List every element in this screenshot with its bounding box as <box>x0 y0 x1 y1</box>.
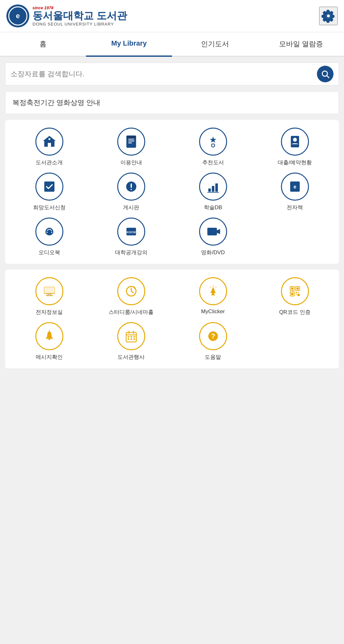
recommend-icon <box>199 128 227 156</box>
icon-item-myclicker[interactable]: MyClicker <box>172 277 254 316</box>
svg-text:?: ? <box>211 332 215 340</box>
loan-label: 대출/예약현황 <box>278 159 312 166</box>
svg-marker-43 <box>211 287 216 293</box>
logo-circle: e <box>6 4 29 27</box>
myclicker-icon <box>199 277 227 305</box>
svg-rect-45 <box>211 294 215 295</box>
icon-item-loan[interactable]: 대출/예약현황 <box>254 128 336 166</box>
svg-rect-50 <box>291 287 293 290</box>
wish-book-icon <box>35 173 63 201</box>
opencourse-icon: KOCW <box>117 218 145 246</box>
svg-rect-28 <box>46 231 48 233</box>
logo-subtitle: DONG SEOUL UNIVERSITY LIBRARY <box>32 22 127 26</box>
svg-rect-58 <box>297 294 300 296</box>
svg-rect-11 <box>127 136 136 139</box>
icon-item-message[interactable]: 메시지확인 <box>8 322 90 361</box>
logo-title: 동서울대학교 도서관 <box>32 10 127 21</box>
icon-item-wish-book[interactable]: 희망도서신청 <box>8 173 90 211</box>
svg-rect-70 <box>131 338 132 340</box>
svg-rect-60 <box>48 339 50 340</box>
svg-rect-17 <box>131 183 132 188</box>
message-label: 메시지확인 <box>36 353 63 361</box>
nav-item-popular[interactable]: 인기도서 <box>172 32 258 56</box>
icon-item-opencourse[interactable]: KOCW 대학공개강의 <box>90 218 172 256</box>
loan-icon <box>281 128 309 156</box>
footer-space <box>0 374 344 393</box>
movie-icon <box>199 218 227 246</box>
svg-line-48 <box>216 287 216 287</box>
svg-point-5 <box>48 138 50 140</box>
digital-room-icon <box>35 277 63 305</box>
yellow-icon-section: 전자정보실 스터디룸/시네마홀 <box>5 270 339 368</box>
svg-rect-15 <box>44 181 54 192</box>
icon-item-help[interactable]: ? 도움말 <box>172 322 254 361</box>
svg-rect-40 <box>47 295 52 296</box>
svg-marker-33 <box>217 229 220 234</box>
icon-item-digital-room[interactable]: 전자정보실 <box>8 277 90 316</box>
study-room-label: 스터디룸/시네마홀 <box>109 308 154 316</box>
icon-item-movie[interactable]: 영화/DVD <box>172 218 254 256</box>
library-intro-label: 도서관소개 <box>36 159 63 166</box>
bulletin-label: 게시판 <box>123 204 139 211</box>
logo-area: e since 1978 동서울대학교 도서관 DONG SEOUL UNIVE… <box>6 4 127 27</box>
svg-rect-39 <box>48 294 51 295</box>
settings-button[interactable] <box>319 7 338 25</box>
notice-bar[interactable]: 복정축전기간 영화상영 안내 <box>5 91 339 114</box>
icon-item-recommend[interactable]: 추천도서 <box>172 128 254 166</box>
icon-item-ebook[interactable]: e 전자책 <box>254 173 336 211</box>
icon-item-academic-db[interactable]: 학술DB <box>172 173 254 211</box>
svg-rect-57 <box>296 294 297 295</box>
nav-item-my-library[interactable]: My Library <box>86 32 172 56</box>
icon-item-study-room[interactable]: 스터디룸/시네마홀 <box>90 277 172 316</box>
svg-rect-44 <box>212 293 214 294</box>
svg-rect-56 <box>297 292 299 293</box>
gear-icon <box>321 8 336 24</box>
svg-rect-20 <box>212 186 214 192</box>
qr-label: QR코드 인증 <box>279 308 310 316</box>
icon-item-usage-guide[interactable]: 이용안내 <box>90 128 172 166</box>
bulletin-icon <box>117 173 145 201</box>
notice-text: 복정축전기간 영화상영 안내 <box>12 99 100 107</box>
svg-rect-67 <box>131 336 132 337</box>
blue-icon-section: 도서관소개 이용안내 <box>5 120 339 264</box>
usage-guide-label: 이용안내 <box>120 159 142 166</box>
ebook-icon: e <box>281 173 309 201</box>
svg-rect-32 <box>207 228 217 235</box>
icon-item-audiobook[interactable]: 오디오북 <box>8 218 90 256</box>
svg-rect-59 <box>46 337 53 339</box>
svg-rect-66 <box>128 336 129 337</box>
library-intro-icon <box>35 128 63 156</box>
svg-rect-52 <box>297 287 299 290</box>
nav-item-home[interactable]: 홈 <box>0 32 86 56</box>
icon-item-event[interactable]: 도서관행사 <box>90 322 172 361</box>
svg-point-14 <box>293 138 297 142</box>
ebook-label: 전자책 <box>287 204 303 211</box>
svg-line-47 <box>210 287 211 287</box>
svg-rect-55 <box>296 292 297 293</box>
search-button[interactable] <box>317 66 333 82</box>
svg-text:KOCW: KOCW <box>126 231 136 234</box>
audiobook-label: 오디오북 <box>39 249 60 256</box>
myclicker-label: MyClicker <box>201 308 225 315</box>
nav-bar: 홈 My Library 인기도서 모바일 열람증 <box>0 32 344 57</box>
header: e since 1978 동서울대학교 도서관 DONG SEOUL UNIVE… <box>0 0 344 32</box>
academic-db-label: 학술DB <box>204 204 222 211</box>
svg-rect-38 <box>44 287 54 293</box>
event-icon <box>117 322 145 350</box>
qr-icon <box>281 277 309 305</box>
icon-item-bulletin[interactable]: 게시판 <box>90 173 172 211</box>
search-input[interactable] <box>11 70 317 78</box>
svg-line-1 <box>327 76 329 78</box>
icon-item-library-intro[interactable]: 도서관소개 <box>8 128 90 166</box>
help-icon: ? <box>199 322 227 350</box>
logo-letter: e <box>8 6 27 26</box>
yellow-icon-grid: 전자정보실 스터디룸/시네마홀 <box>8 277 336 361</box>
svg-rect-71 <box>133 338 135 340</box>
message-icon <box>35 322 63 350</box>
nav-item-mobile-id[interactable]: 모바일 열람증 <box>258 32 344 56</box>
icon-item-qr[interactable]: QR코드 인증 <box>254 277 336 316</box>
svg-rect-18 <box>131 189 132 190</box>
event-label: 도서관행사 <box>118 353 145 361</box>
audiobook-icon <box>35 218 63 246</box>
digital-room-label: 전자정보실 <box>36 308 63 316</box>
